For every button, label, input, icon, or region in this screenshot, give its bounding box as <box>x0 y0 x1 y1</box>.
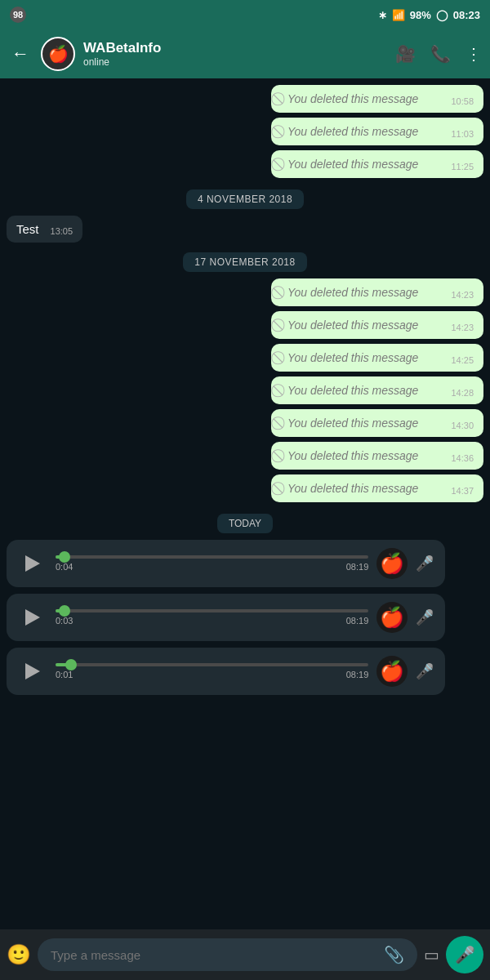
back-button[interactable]: ← <box>8 40 33 68</box>
waveform-2: 0:03 08:19 <box>56 609 368 626</box>
message-time: 14:36 <box>451 453 474 463</box>
deleted-message: ⃠ You deleted this message 14:36 <box>271 442 483 470</box>
chat-header: ← 🍎 WABetaInfo online 🎥 📞 ⋮ <box>0 29 490 78</box>
waveform-1: 0:04 08:19 <box>56 555 368 572</box>
deleted-message: ⃠ You deleted this message 10:58 <box>271 85 483 113</box>
voice-sender-avatar-2: 🍎 <box>376 602 408 633</box>
voice-duration-2: 0:03 <box>56 616 73 626</box>
contact-avatar: 🍎 <box>41 37 75 71</box>
deleted-message: ⃠ You deleted this message 11:25 <box>271 150 483 178</box>
deleted-text: You deleted this message <box>287 449 439 462</box>
header-actions: 🎥 📞 ⋮ <box>395 44 482 64</box>
voice-track-2 <box>56 609 368 612</box>
deleted-text: You deleted this message <box>287 351 439 364</box>
more-options-button[interactable]: ⋮ <box>466 44 482 64</box>
bluetooth-icon: 📶 <box>392 9 405 21</box>
mic-icon-3: 🎤 <box>416 662 434 680</box>
emoji-button[interactable]: 🙂 <box>7 943 31 966</box>
today-badge: TODAY <box>217 514 273 533</box>
deleted-text: You deleted this message <box>287 416 439 430</box>
date-badge-nov4: 4 NOVEMBER 2018 <box>186 189 304 209</box>
clock-icon: ◯ <box>436 9 448 21</box>
voice-times-3: 0:01 08:19 <box>56 670 368 679</box>
voice-dot-2 <box>59 605 70 617</box>
deleted-text: You deleted this message <box>287 125 439 138</box>
message-input-wrap: 📎 <box>38 938 417 971</box>
deleted-message: ⃠ You deleted this message 14:28 <box>271 376 483 404</box>
play-button-2[interactable] <box>18 603 47 632</box>
play-icon-3 <box>25 663 40 679</box>
video-call-button[interactable]: 🎥 <box>395 44 416 64</box>
message-time: 11:25 <box>451 162 474 172</box>
play-button-3[interactable] <box>18 657 47 686</box>
contact-status: online <box>83 56 387 68</box>
voice-message-1: 0:04 08:19 🍎 🎤 <box>7 540 445 587</box>
deleted-text: You deleted this message <box>287 384 439 397</box>
camera-button[interactable]: ▭ <box>424 945 439 964</box>
message-text: Test <box>16 222 39 236</box>
voice-sender-avatar-1: 🍎 <box>376 548 408 579</box>
contact-name: WABetaInfo <box>83 40 387 56</box>
voice-message-2: 0:03 08:19 🍎 🎤 <box>7 594 445 641</box>
message-time: 10:58 <box>451 96 474 106</box>
voice-timestamp-2: 08:19 <box>346 616 369 626</box>
deleted-text: You deleted this message <box>287 482 439 495</box>
message-time: 11:03 <box>451 129 474 139</box>
battery-icon: 98% <box>410 9 431 21</box>
play-icon-1 <box>25 555 40 572</box>
contact-info: WABetaInfo online <box>83 40 387 68</box>
message-time: 14:28 <box>451 388 474 398</box>
deleted-text: You deleted this message <box>287 158 439 171</box>
voice-times-1: 0:04 08:19 <box>56 562 368 572</box>
voice-dot-3 <box>65 659 77 670</box>
deleted-text: You deleted this message <box>287 92 439 105</box>
deleted-text: You deleted this message <box>287 318 439 332</box>
message-time: 14:25 <box>451 355 474 365</box>
voice-duration-1: 0:04 <box>56 562 73 572</box>
voice-message-3: 0:01 08:19 🍎 🎤 <box>7 648 445 695</box>
message-time: 14:37 <box>451 486 474 496</box>
voice-duration-3: 0:01 <box>56 670 73 679</box>
status-right: ∗ 📶 98% ◯ 08:23 <box>375 9 480 21</box>
play-icon-2 <box>25 609 40 626</box>
input-bar: 🙂 📎 ▭ 🎤 <box>0 929 490 980</box>
mic-icon-1: 🎤 <box>416 555 434 572</box>
attach-button[interactable]: 📎 <box>384 945 404 964</box>
waveform-3: 0:01 08:19 <box>56 663 368 679</box>
notification-badge: 98 <box>10 7 26 23</box>
voice-track-1 <box>56 555 368 559</box>
record-audio-button[interactable]: 🎤 <box>446 936 483 973</box>
received-message: Test 13:05 <box>7 216 82 243</box>
voice-track-3 <box>56 663 368 666</box>
deleted-message: ⃠ You deleted this message 14:23 <box>271 311 483 339</box>
microphone-icon: 🎤 <box>455 945 475 964</box>
deleted-message: ⃠ You deleted this message 14:37 <box>271 474 483 502</box>
bluetooth-icon: ∗ <box>375 9 387 21</box>
status-left: 98 <box>10 7 26 23</box>
voice-dot-1 <box>59 551 70 563</box>
voice-call-button[interactable]: 📞 <box>430 44 451 64</box>
voice-timestamp-3: 08:19 <box>346 670 369 679</box>
voice-sender-avatar-3: 🍎 <box>376 656 408 687</box>
play-button-1[interactable] <box>18 549 47 578</box>
message-input[interactable] <box>51 948 384 962</box>
mic-icon-2: 🎤 <box>416 608 434 626</box>
date-badge-nov17: 17 NOVEMBER 2018 <box>183 252 306 272</box>
message-time: 13:05 <box>51 226 74 236</box>
deleted-message: ⃠ You deleted this message 11:03 <box>271 118 483 145</box>
deleted-message: ⃠ You deleted this message 14:30 <box>271 409 483 437</box>
chat-area: ⃠ You deleted this message 10:58 ⃠ You d… <box>0 78 490 929</box>
status-bar: 98 ∗ 📶 98% ◯ 08:23 <box>0 0 490 29</box>
deleted-message: ⃠ You deleted this message 14:25 <box>271 344 483 372</box>
message-time: 14:30 <box>451 421 474 430</box>
message-time: 14:23 <box>451 323 474 332</box>
message-time: 14:23 <box>451 290 474 300</box>
deleted-text: You deleted this message <box>287 286 439 299</box>
deleted-message: ⃠ You deleted this message 14:23 <box>271 278 483 306</box>
voice-times-2: 0:03 08:19 <box>56 616 368 626</box>
voice-timestamp-1: 08:19 <box>346 562 369 572</box>
time-display: 08:23 <box>453 9 480 21</box>
